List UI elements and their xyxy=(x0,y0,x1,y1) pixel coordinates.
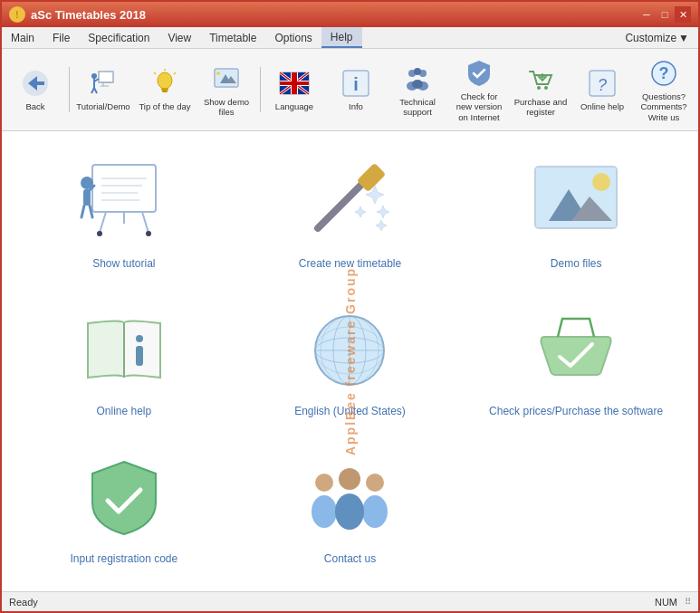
grid-item-create[interactable]: Create new timetable xyxy=(237,140,464,288)
menu-help[interactable]: Help xyxy=(321,27,362,48)
tutorial-icon xyxy=(87,67,120,100)
svg-line-63 xyxy=(318,178,368,228)
maximize-button[interactable]: □ xyxy=(657,6,673,23)
svg-point-38 xyxy=(414,68,421,75)
svg-point-83 xyxy=(362,495,388,528)
technical-label: Technical support xyxy=(390,97,445,118)
watermark: ApplBee freeware Group xyxy=(343,267,358,455)
toolbar-info[interactable]: i Info xyxy=(326,61,386,119)
check-prices-grid-icon xyxy=(531,305,621,396)
customize-button[interactable]: Customize ▼ xyxy=(616,30,698,46)
tip-icon xyxy=(149,67,181,100)
grid-item-online-help[interactable]: Online help xyxy=(11,288,237,436)
num-indicator: NUM xyxy=(655,597,677,608)
demo-grid-label: Demo files xyxy=(551,257,602,270)
toolbar-tutorial[interactable]: Tutorial/Demo xyxy=(73,61,133,119)
svg-point-69 xyxy=(592,173,610,191)
toolbar-language[interactable]: Language xyxy=(264,61,324,119)
demo-icon xyxy=(210,62,243,95)
toolbar-check[interactable]: Check for new version on Internet xyxy=(449,53,509,127)
customize-label: Customize xyxy=(625,32,676,44)
technical-icon xyxy=(401,62,434,95)
create-grid-icon xyxy=(304,158,395,248)
svg-rect-33 xyxy=(292,72,297,94)
purchase-label: Purchase and register xyxy=(513,97,568,118)
menu-timetable[interactable]: Timetable xyxy=(200,27,265,48)
statusbar: Ready NUM ⠿ xyxy=(2,591,698,611)
close-button[interactable]: ✕ xyxy=(675,6,691,23)
info-icon: i xyxy=(340,67,372,100)
svg-point-82 xyxy=(366,474,384,492)
grid-item-check-prices[interactable]: Check prices/Purchase the software xyxy=(463,288,689,436)
minimize-button[interactable]: ─ xyxy=(638,6,655,23)
input-reg-grid-icon xyxy=(79,453,169,543)
svg-point-80 xyxy=(315,474,333,492)
svg-point-13 xyxy=(158,72,172,89)
toolbar-purchase[interactable]: Purchase and register xyxy=(511,58,571,122)
info-label: Info xyxy=(349,101,363,111)
resize-grip-icon: ⠿ xyxy=(685,597,691,607)
svg-rect-4 xyxy=(99,72,113,82)
customize-arrow-icon: ▼ xyxy=(678,32,689,44)
toolbar: Back Tutorial/Demo xyxy=(2,49,698,131)
toolbar-questions[interactable]: ? Questions? Comments? Write us xyxy=(634,53,694,127)
tip-label: Tip of the day xyxy=(139,101,190,111)
svg-point-52 xyxy=(97,231,102,236)
toolbar-tip[interactable]: Tip of the day xyxy=(135,61,195,119)
check-prices-grid-label: Check prices/Purchase the software xyxy=(489,405,663,417)
check-label: Check for new version on Internet xyxy=(452,91,506,122)
svg-rect-14 xyxy=(161,88,168,91)
svg-rect-48 xyxy=(92,165,156,212)
demo-label: Show demo files xyxy=(199,97,254,118)
input-reg-grid-label: Input registration code xyxy=(70,552,177,565)
svg-line-12 xyxy=(94,88,97,93)
check-icon xyxy=(463,57,495,90)
tutorial-label: Tutorial/Demo xyxy=(76,101,129,111)
language-label: Language xyxy=(275,101,313,111)
online-help-grid-icon xyxy=(79,305,169,396)
menu-file[interactable]: File xyxy=(43,27,79,48)
back-label: Back xyxy=(25,101,44,111)
svg-rect-15 xyxy=(162,91,168,92)
svg-text:?: ? xyxy=(598,76,607,94)
toolbar-technical[interactable]: Technical support xyxy=(388,58,447,122)
divider-1 xyxy=(69,67,70,112)
online-help-grid-label: Online help xyxy=(96,405,151,417)
menu-options[interactable]: Options xyxy=(265,27,321,48)
svg-point-71 xyxy=(136,335,143,342)
svg-text:!: ! xyxy=(15,10,18,20)
svg-point-84 xyxy=(339,468,360,490)
svg-line-50 xyxy=(142,212,149,233)
contact-grid-label: Contact us xyxy=(324,552,376,565)
purchase-icon xyxy=(524,62,557,95)
svg-line-49 xyxy=(100,212,106,233)
toolbar-online[interactable]: ? Online help xyxy=(572,61,632,119)
svg-point-85 xyxy=(335,493,364,530)
toolbar-back[interactable]: Back xyxy=(5,61,65,119)
grid-item-demo[interactable]: Demo files xyxy=(463,140,689,288)
tutorial-grid-label: Show tutorial xyxy=(92,257,155,270)
titlebar-controls: ─ □ ✕ xyxy=(638,6,691,23)
svg-point-53 xyxy=(146,231,151,236)
language-icon xyxy=(278,67,311,100)
online-icon: ? xyxy=(586,67,618,100)
svg-line-57 xyxy=(82,206,84,217)
window-title: aSc Timetables 2018 xyxy=(31,8,146,22)
svg-text:?: ? xyxy=(659,64,669,82)
menu-main[interactable]: Main xyxy=(2,27,43,48)
svg-line-17 xyxy=(154,72,156,74)
questions-icon: ? xyxy=(647,57,680,90)
menu-specification[interactable]: Specification xyxy=(79,27,158,48)
grid-item-contact[interactable]: Contact us xyxy=(237,435,464,582)
back-icon xyxy=(19,67,52,100)
svg-point-23 xyxy=(216,72,220,75)
grid-item-tutorial[interactable]: Show tutorial xyxy=(11,140,237,288)
toolbar-demo[interactable]: Show demo files xyxy=(197,58,256,122)
online-label: Online help xyxy=(580,101,624,111)
svg-text:i: i xyxy=(353,74,359,94)
titlebar: ! aSc Timetables 2018 ─ □ ✕ xyxy=(2,2,698,27)
grid-item-input-reg[interactable]: Input registration code xyxy=(11,435,237,582)
menu-view[interactable]: View xyxy=(158,27,200,48)
svg-point-41 xyxy=(412,80,423,89)
svg-point-43 xyxy=(544,86,548,90)
